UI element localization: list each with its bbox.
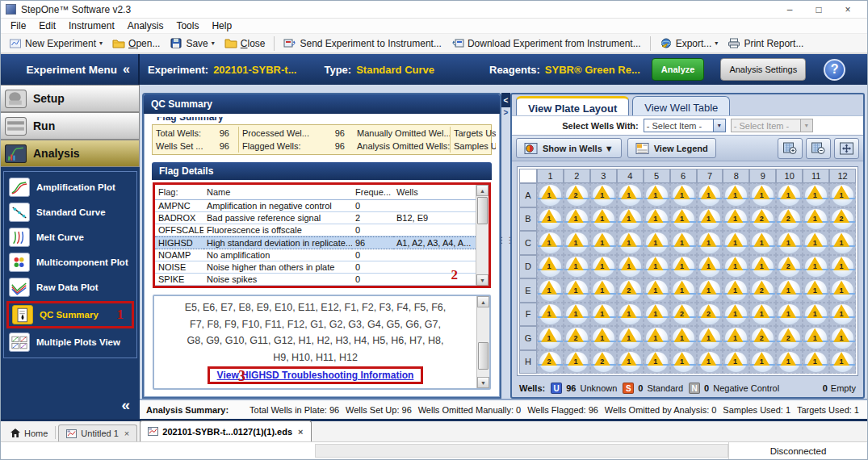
well-E4[interactable]: 2 <box>617 278 644 303</box>
tab-view-well-table[interactable]: View Well Table <box>632 96 730 115</box>
sidebar-item-multicomponent-plot[interactable]: Multicomponent Plot <box>6 251 135 274</box>
well-A8[interactable]: 1 <box>723 183 749 207</box>
well-G3[interactable]: 1 <box>590 326 617 350</box>
collapse-menu-icon[interactable]: « <box>123 62 130 77</box>
menu-instrument[interactable]: Instrument <box>62 19 121 33</box>
well-F12[interactable]: 1 <box>829 303 856 327</box>
well-F11[interactable]: 1 <box>803 303 829 327</box>
sidebar-item-qc-summary[interactable]: QC Summary <box>9 303 114 326</box>
toolbar-send-experiment-to-instrument[interactable]: Send Experiment to Instrument... <box>279 36 446 51</box>
well-C11[interactable]: 1 <box>803 231 829 255</box>
flag-table-cell-highsd[interactable]: High standard deviation in replicate... <box>203 236 352 249</box>
plate-column-header-6[interactable]: 6 <box>670 169 697 183</box>
highsd-troubleshooting-link[interactable]: View HIGHSD Troubleshooting Information <box>217 370 414 381</box>
menu-analysis[interactable]: Analysis <box>121 19 170 33</box>
flag-table-header-name[interactable]: Name <box>203 185 352 200</box>
sidebar-section-analysis[interactable]: Analysis <box>1 140 140 167</box>
toolbar-save[interactable]: Save▾ <box>165 36 219 51</box>
toolbar-new-experiment[interactable]: New Experiment▾ <box>4 36 107 51</box>
flag-table-header-wells[interactable]: Wells <box>393 185 476 200</box>
well-F9[interactable]: 1 <box>749 303 776 327</box>
well-E2[interactable]: 1 <box>564 278 590 303</box>
plate-column-header-10[interactable]: 10 <box>776 169 803 183</box>
plate-column-header-12[interactable]: 12 <box>829 169 856 183</box>
plate-row-header-G[interactable]: G <box>519 326 537 350</box>
well-B1[interactable]: 1 <box>537 207 564 232</box>
well-B10[interactable]: 2 <box>776 207 803 232</box>
well-E6[interactable]: 1 <box>670 278 697 303</box>
flag-table-header-freque[interactable]: Freque... <box>352 185 393 200</box>
scroll-up-icon[interactable]: ▲ <box>476 185 489 196</box>
well-C6[interactable]: 1 <box>670 231 697 255</box>
flag-table-cell-spike[interactable]: 0 <box>352 274 393 286</box>
well-F4[interactable]: 1 <box>617 303 644 327</box>
menu-help[interactable]: Help <box>205 19 238 33</box>
flag-table-cell-noamp[interactable] <box>393 249 476 261</box>
minimize-icon[interactable]: – <box>775 2 804 18</box>
well-H11[interactable]: 1 <box>803 350 829 374</box>
well-F8[interactable]: 1 <box>723 303 749 327</box>
plate-row-header-F[interactable]: F <box>519 303 537 327</box>
plate-row-header-B[interactable]: B <box>519 207 537 232</box>
well-C12[interactable]: 1 <box>829 231 856 255</box>
flag-table-cell-badrox[interactable]: 2 <box>352 212 393 224</box>
well-A9[interactable]: 1 <box>749 183 776 207</box>
well-G11[interactable]: 1 <box>803 326 829 350</box>
flag-table-header-flag[interactable]: Flag: <box>155 185 203 200</box>
well-E10[interactable]: 1 <box>776 278 803 303</box>
collapse-left-icon[interactable]: < <box>501 93 510 107</box>
flag-table-cell-offscale[interactable]: OFFSCALE <box>155 224 203 236</box>
flag-table-cell-highsd[interactable]: A1, A2, A3, A4, A... <box>393 236 476 249</box>
well-A5[interactable]: 1 <box>644 183 670 207</box>
toolbar-export[interactable]: Export...▾ <box>655 36 723 51</box>
well-D12[interactable]: 1 <box>829 255 856 279</box>
well-G10[interactable]: 2 <box>776 326 803 350</box>
sidebar-item-melt-curve[interactable]: Melt Curve <box>6 226 135 249</box>
well-H4[interactable]: 1 <box>617 350 644 374</box>
well-D8[interactable]: 1 <box>723 255 749 279</box>
plate-column-header-4[interactable]: 4 <box>617 169 644 183</box>
doc-tab-202101-sybr-t-0127-1-1-eds[interactable]: 202101-SYBR-t...0127(1)(1).eds× <box>140 420 311 441</box>
menu-file[interactable]: File <box>4 19 32 33</box>
scroll-down-icon[interactable]: ▼ <box>477 377 489 388</box>
well-E11[interactable]: 1 <box>803 278 829 303</box>
sidebar-section-run[interactable]: Run <box>1 112 140 140</box>
well-H6[interactable]: 1 <box>670 350 697 374</box>
well-D6[interactable]: 1 <box>670 255 697 279</box>
well-E7[interactable]: 1 <box>697 278 723 303</box>
well-B9[interactable]: 2 <box>749 207 776 232</box>
well-B4[interactable]: 1 <box>617 207 644 232</box>
well-D4[interactable]: 1 <box>617 255 644 279</box>
flag-table-cell-offscale[interactable]: 0 <box>352 224 393 236</box>
panel-splitter[interactable]: < > ⋮⋮ <box>501 93 510 399</box>
well-H5[interactable]: 1 <box>644 350 670 374</box>
well-A2[interactable]: 2 <box>564 183 590 207</box>
well-F6[interactable]: 2 <box>670 303 697 327</box>
well-A6[interactable]: 1 <box>670 183 697 207</box>
plate-column-header-2[interactable]: 2 <box>564 169 590 183</box>
sidebar-item-standard-curve[interactable]: Standard Curve <box>6 201 135 224</box>
show-in-wells-button[interactable]: Show in Wells ▼ <box>516 138 622 158</box>
well-H10[interactable]: 1 <box>776 350 803 374</box>
plate-column-header-5[interactable]: 5 <box>644 169 670 183</box>
plate-column-header-9[interactable]: 9 <box>749 169 776 183</box>
flag-table-cell-offscale[interactable] <box>393 224 476 236</box>
well-H3[interactable]: 2 <box>590 350 617 374</box>
well-F1[interactable]: 1 <box>537 303 564 327</box>
well-C8[interactable]: 1 <box>723 231 749 255</box>
plate-column-header-3[interactable]: 3 <box>590 169 617 183</box>
flag-table-scrollbar[interactable]: ▲ ▼ <box>476 185 489 286</box>
chevron-down-icon[interactable]: ▾ <box>713 119 725 132</box>
well-A10[interactable]: 1 <box>776 183 803 207</box>
analysis-settings-button[interactable]: Analysis Settings <box>720 58 806 81</box>
flag-table-cell-spike[interactable] <box>393 274 476 286</box>
well-G6[interactable]: 1 <box>670 326 697 350</box>
flag-table-cell-noise[interactable] <box>393 261 476 274</box>
plate-column-header-11[interactable]: 11 <box>803 169 829 183</box>
menu-edit[interactable]: Edit <box>32 19 62 33</box>
well-H12[interactable]: 1 <box>829 350 856 374</box>
well-B7[interactable]: 1 <box>697 207 723 232</box>
sidebar-collapse-icon[interactable]: « <box>1 396 140 419</box>
flag-table-cell-ampnc[interactable]: 0 <box>352 200 393 212</box>
well-B5[interactable]: 1 <box>644 207 670 232</box>
